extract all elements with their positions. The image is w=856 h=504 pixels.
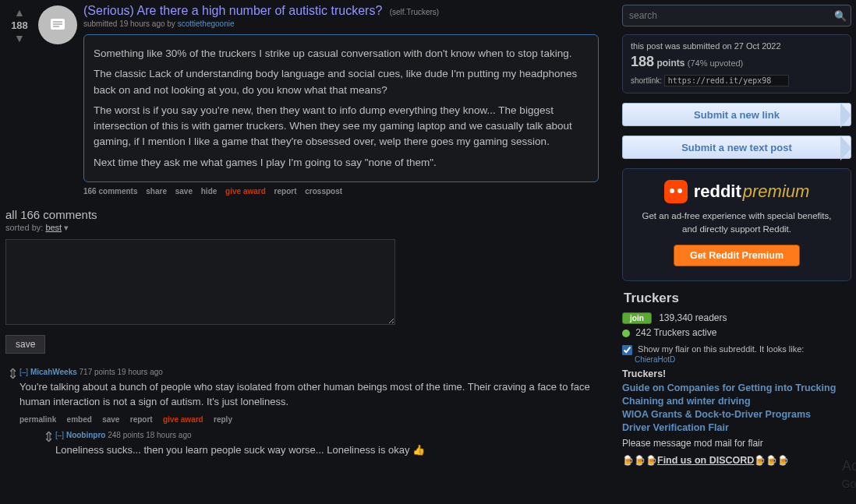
premium-brand: redditpremium [694, 182, 810, 202]
selftext-para: The classic Lack of understanding body l… [94, 66, 589, 98]
comment-textarea[interactable] [5, 239, 395, 325]
sidebar-text: Please message mod mail for flair [622, 438, 851, 449]
join-button[interactable]: join [622, 312, 652, 324]
selftext-para: Something like 30% of the truckers I str… [94, 46, 589, 62]
selftext-para: Next time they ask me what games I play … [94, 155, 589, 171]
sidebar-link[interactable]: Chaining and winter driving [622, 396, 851, 407]
post-thumbnail [38, 5, 77, 44]
reply-link[interactable]: reply [214, 415, 232, 424]
readers-count: 139,340 readers [659, 312, 727, 323]
online-dot-icon [622, 330, 630, 337]
submitted-on: this post was submitted on 27 Oct 2022 [631, 41, 843, 51]
save-link[interactable]: save [175, 187, 193, 196]
sort-line: sorted by: best ▾ [5, 223, 608, 233]
post-info-widget: this post was submitted on 27 Oct 2022 1… [622, 34, 851, 93]
comment-votes[interactable]: ⇕ [41, 431, 55, 463]
downvote-icon[interactable]: ▼ [4, 33, 35, 44]
post-score: 188 [4, 19, 35, 31]
search-icon[interactable]: 🔍 [830, 10, 851, 22]
permalink-link[interactable]: permalink [19, 415, 56, 424]
sort-select[interactable]: best [45, 223, 62, 232]
watermark: Go t [842, 478, 856, 490]
post-age: 19 hours ago [119, 19, 164, 28]
search-box[interactable]: 🔍 [622, 5, 851, 26]
premium-widget: redditpremium Get an ad-free experience … [622, 168, 851, 281]
submit-link-button[interactable]: Submit a new link [622, 103, 851, 126]
award-link[interactable]: give award [225, 187, 266, 196]
shortlink-input[interactable] [664, 75, 789, 86]
shortlink-label: shortlink: [631, 76, 662, 85]
info-points-label: points [656, 58, 684, 69]
sidebar-link[interactable]: Guide on Companies for Getting into Truc… [622, 382, 851, 393]
post-domain[interactable]: (self.Truckers) [390, 8, 440, 16]
sidebar-heading: Truckers! [622, 368, 851, 379]
comments-header: all 166 comments [5, 208, 608, 221]
flair-checkbox[interactable] [622, 345, 632, 355]
svg-rect-3 [53, 26, 59, 27]
creport-link[interactable]: report [130, 415, 153, 424]
comment-votes[interactable]: ⇕ [5, 368, 19, 463]
save-comment-button[interactable]: save [5, 335, 45, 354]
comments-link[interactable]: 166 comments [83, 187, 137, 196]
selftext-para: The worst is if you say you're new, then… [94, 103, 589, 150]
svg-rect-2 [53, 23, 62, 25]
watermark: Act [842, 458, 856, 474]
flair-username[interactable]: ChieraHotD [635, 355, 851, 364]
info-points: 188 [631, 54, 654, 69]
csave-link[interactable]: save [102, 415, 119, 424]
comment-body: You're talking about a bunch of people w… [19, 380, 608, 410]
report-link[interactable]: report [274, 187, 297, 196]
sort-prefix: sorted by: [5, 223, 43, 232]
search-input[interactable] [623, 10, 830, 21]
discord-link[interactable]: 🍺🍺🍺Find us on DISCORD🍺🍺🍺 [622, 455, 851, 466]
sidebar-link[interactable]: Driver Verification Flair [622, 422, 851, 433]
comment-meta: 717 points 19 hours ago [80, 368, 163, 376]
comment-author[interactable]: Noobinpro [66, 431, 106, 439]
info-pct: (74% upvoted) [688, 58, 744, 68]
svg-rect-1 [53, 21, 62, 23]
chevron-down-icon[interactable]: ▾ [64, 223, 69, 232]
collapse-toggle[interactable]: [–] [55, 431, 64, 439]
premium-sub: Get an ad-free experience with special b… [635, 210, 838, 235]
upvote-icon[interactable]: ▲ [4, 7, 35, 18]
online-count: 242 Truckers active [635, 327, 716, 338]
get-premium-button[interactable]: Get Reddit Premium [674, 245, 800, 266]
post-tagline: submitted 19 hours ago by scottiethegoon… [83, 19, 608, 28]
comment-meta: 248 points 18 hours ago [108, 431, 191, 439]
flair-label: Show my flair on this subreddit. It look… [638, 344, 804, 354]
submit-text-button[interactable]: Submit a new text post [622, 136, 851, 159]
comment-body: Loneliness sucks... then you learn peopl… [55, 443, 608, 458]
collapse-toggle[interactable]: [–] [19, 368, 28, 376]
post-author[interactable]: scottiethegoonie [178, 19, 235, 28]
comment-author[interactable]: MicahWeeks [30, 368, 77, 376]
post-actions: 166 comments share save hide give award … [83, 187, 608, 196]
subreddit-name[interactable]: Truckers [624, 291, 851, 306]
post-title[interactable]: (Serious) Are there a high number of aut… [83, 4, 382, 17]
embed-link[interactable]: embed [67, 415, 92, 424]
caward-link[interactable]: give award [163, 415, 203, 424]
post-selftext: Something like 30% of the truckers I str… [83, 34, 599, 182]
sidebar-link[interactable]: WIOA Grants & Dock-to-Driver Programs [622, 409, 851, 420]
crosspost-link[interactable]: crosspost [305, 187, 342, 196]
hide-link[interactable]: hide [201, 187, 218, 196]
snoo-icon [664, 180, 688, 203]
share-link[interactable]: share [146, 187, 167, 196]
